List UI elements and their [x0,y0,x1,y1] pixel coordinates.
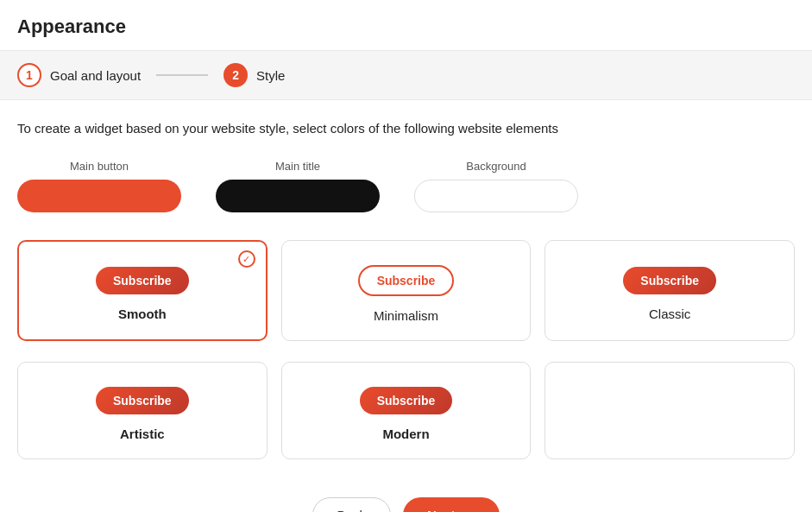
instruction-text: To create a widget based on your website… [17,121,795,136]
style-card-minimalism[interactable]: Subscribe Minimalism [281,240,532,341]
main-title-color-pill[interactable] [216,180,380,212]
stepper-bar: 1 Goal and layout 2 Style [0,50,812,100]
minimalism-subscribe-button[interactable]: Subscribe [358,265,455,296]
main-title-label: Main title [275,160,320,173]
next-button[interactable]: Next → [403,497,500,512]
step-1[interactable]: 1 Goal and layout [17,63,141,87]
main-button-label: Main button [70,160,129,173]
background-color-pill[interactable] [414,180,578,212]
artistic-subscribe-button[interactable]: Subscribe [96,387,189,414]
back-button[interactable]: Back [312,497,391,512]
style-card-smooth[interactable]: ✓ Subscribe Smooth [17,240,268,341]
check-icon: ✓ [238,250,255,268]
style-grid-row1: ✓ Subscribe Smooth Subscribe Minimalism … [17,240,795,341]
minimalism-style-name: Minimalism [374,308,438,323]
color-selector-main-title: Main title [216,160,380,212]
modern-style-name: Modern [382,427,429,441]
step-1-label: Goal and layout [50,68,141,83]
page-title: Appearance [0,0,812,50]
style-card-artistic[interactable]: Subscribe Artistic [17,362,268,459]
bottom-actions: Back Next → [17,487,795,512]
step-2-label: Style [256,68,285,83]
modern-subscribe-button[interactable]: Subscribe [360,387,453,414]
background-label: Background [466,160,526,173]
smooth-subscribe-button[interactable]: Subscribe [96,267,189,294]
classic-style-name: Classic [649,307,690,321]
style-grid-row2: Subscribe Artistic Subscribe Modern [17,362,795,459]
artistic-style-name: Artistic [120,427,165,441]
step-2[interactable]: 2 Style [223,63,285,87]
style-card-empty [544,362,795,459]
style-card-modern[interactable]: Subscribe Modern [281,362,532,459]
main-content: To create a widget based on your website… [0,100,812,512]
main-button-color-pill[interactable] [17,180,181,212]
next-arrow-icon: → [462,508,475,513]
color-selector-background: Background [414,160,578,212]
style-card-classic[interactable]: Subscribe Classic [544,240,795,341]
step-2-circle: 2 [223,63,248,87]
next-label: Next [427,508,456,512]
step-connector [156,74,208,76]
color-selectors: Main button Main title Background [17,160,795,212]
classic-subscribe-button[interactable]: Subscribe [623,267,716,294]
color-selector-main-button: Main button [17,160,181,212]
smooth-style-name: Smooth [118,307,167,321]
step-1-circle: 1 [17,63,41,87]
